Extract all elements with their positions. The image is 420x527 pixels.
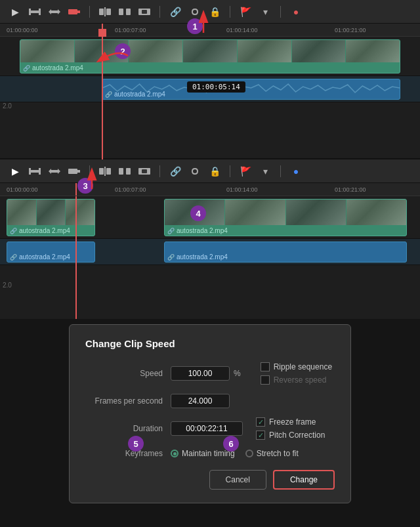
bottom-select-tool[interactable]: ▶ [8,164,22,179]
slip-tool[interactable] [47,5,62,19]
bottom-clip-2[interactable]: 🔗 autostrada 2.mp4 [164,199,407,236]
trim-tool[interactable] [28,5,42,19]
top-video-track-1: 🔗 autostrada 2.mp4 [0,37,420,76]
razor-tool[interactable] [67,5,81,19]
svg-rect-29 [142,169,147,173]
svg-rect-3 [50,11,59,13]
duration-label: Duration [85,424,171,433]
bottom-playhead-line [75,196,77,319]
replace-tool[interactable] [137,5,152,19]
link-tool[interactable]: 🔗 [168,5,182,19]
b-thumb-3 [66,200,94,225]
bottom-separator-4 [280,165,281,177]
maintain-timing-option[interactable]: Maintain timing [171,449,235,458]
svg-rect-14 [142,10,147,14]
bottom-clip-1-thumbs [7,200,94,225]
flag-dropdown[interactable]: ▾ [258,5,272,19]
bottom-flag-tool[interactable]: 🚩 [238,164,253,179]
b-thumb-7 [346,200,406,225]
thumb-1 [20,40,74,62]
b-thumb-5 [225,200,285,225]
change-clip-speed-dialog: Change Clip Speed Speed % Ripple sequenc… [69,324,351,503]
bottom-razor-tool[interactable] [67,164,81,179]
link-icon: 🔗 [23,65,30,72]
bottom-audio-clip-2[interactable]: 🔗 autostrada 2.mp4 [164,242,407,263]
bottom-audio-track: 🔗 autostrada 2.mp4 🔗 autostrada 2.mp4 [0,239,420,265]
maintain-radio-dot[interactable] [171,450,178,457]
change-button[interactable]: Change [273,470,335,490]
bottom-record-tool[interactable]: ● [289,164,303,179]
top-clip-1-label: 🔗 autostrada 2.mp4 [20,64,83,72]
bottom-flag-dropdown[interactable]: ▾ [258,164,272,179]
freeze-label: Freeze frame [269,417,316,427]
speed-input[interactable] [171,366,230,381]
keyframes-row: Keyframes Maintain timing Stretch to fit [85,449,335,458]
stretch-to-fit-option[interactable]: Stretch to fit [245,449,299,458]
bottom-toolbar: ▶ 🔗 🔒 🚩 ▾ ● [0,159,420,183]
svg-rect-24 [106,168,111,175]
bottom-tracks-area: 🔗 autostrada 2.mp4 🔗 autostrada 2.mp4 [0,196,420,319]
bottom-link-tool[interactable]: 🔗 [168,164,182,179]
bottom-audio-clip-1[interactable]: 🔗 autostrada 2.mp4 [7,242,95,263]
b-thumb-6 [286,200,346,225]
dialog-overlay: Change Clip Speed Speed % Ripple sequenc… [0,319,420,527]
svg-marker-4 [49,9,51,14]
bottom-ruler-time-1: 01:00:00:00 [7,186,38,193]
svg-rect-1 [29,9,31,15]
ruler-time-3: 01:00:14:00 [226,27,258,33]
top-tracks-area: 🔗 autostrada 2.mp4 🔗 autostrada 2.mp4 01… [0,37,420,159]
fps-row: Frames per second [85,394,335,408]
stretch-radio-dot[interactable] [245,450,253,457]
dialog-title: Change Clip Speed [85,338,335,349]
bottom-slip-tool[interactable] [47,164,62,179]
flag-tool[interactable]: 🚩 [238,5,253,19]
insert-tool[interactable] [98,5,112,19]
ruler-time-1: 01:00:00:00 [7,27,38,33]
bottom-clip-2-label: 🔗 autostrada 2.mp4 [165,227,228,234]
thumb-5 [238,40,291,62]
top-audio-label: 🔗 autostrada 2.mp4 [102,91,165,98]
svg-rect-9 [106,9,111,15]
bottom-track-number: 2.0 [0,282,12,289]
thumb-3 [129,40,182,62]
reverse-checkbox[interactable] [261,375,270,385]
thumb-4 [183,40,237,62]
svg-rect-11 [119,9,123,15]
ripple-group: Ripple sequence Reverse speed [261,362,332,385]
svg-rect-12 [126,9,131,15]
pitch-checkbox[interactable] [256,431,265,440]
pitch-row: Pitch Correction [256,431,325,440]
reverse-label: Reverse speed [274,375,327,385]
top-clip-1[interactable]: 🔗 autostrada 2.mp4 [20,39,400,74]
bottom-clip-1[interactable]: 🔗 autostrada 2.mp4 [7,199,95,236]
link-icon-b1: 🔗 [10,228,17,234]
bottom-overwrite-tool[interactable] [117,164,132,179]
freeze-pitch-group: Freeze frame Pitch Correction [256,417,325,440]
overwrite-tool[interactable] [117,5,132,19]
b-thumb-1 [7,200,36,225]
clip-thumbnails-1 [20,40,400,62]
bottom-replace-tool[interactable] [137,164,152,179]
lock-tool[interactable]: 🔒 [207,5,222,19]
freeze-checkbox[interactable] [256,417,265,427]
playhead-head [98,29,106,37]
link-icon-audio: 🔗 [105,91,112,98]
bottom-trim-tool[interactable] [28,164,42,179]
chain-tool[interactable] [188,5,202,19]
select-tool[interactable]: ▶ [8,5,22,19]
thumb-7 [346,40,400,62]
duration-input[interactable] [171,421,243,436]
bottom-chain-tool[interactable] [188,164,202,179]
bottom-lock-tool[interactable]: 🔒 [207,164,222,179]
record-tool[interactable]: ● [289,5,303,19]
svg-rect-21 [68,169,77,174]
bottom-ruler: 01:00:00:00 01:00:07:00 01:00:14:00 01:0… [0,183,420,196]
svg-rect-22 [77,170,80,173]
ripple-label: Ripple sequence [274,362,332,371]
ripple-checkbox[interactable] [261,362,270,371]
top-toolbar: ▶ 🔗 🔒 🚩 ▾ ● [0,0,420,24]
top-audio-clip-1[interactable]: 🔗 autostrada 2.mp4 [102,79,400,100]
cancel-button[interactable]: Cancel [209,470,266,490]
bottom-insert-tool[interactable] [98,164,112,179]
fps-input[interactable] [171,394,230,408]
